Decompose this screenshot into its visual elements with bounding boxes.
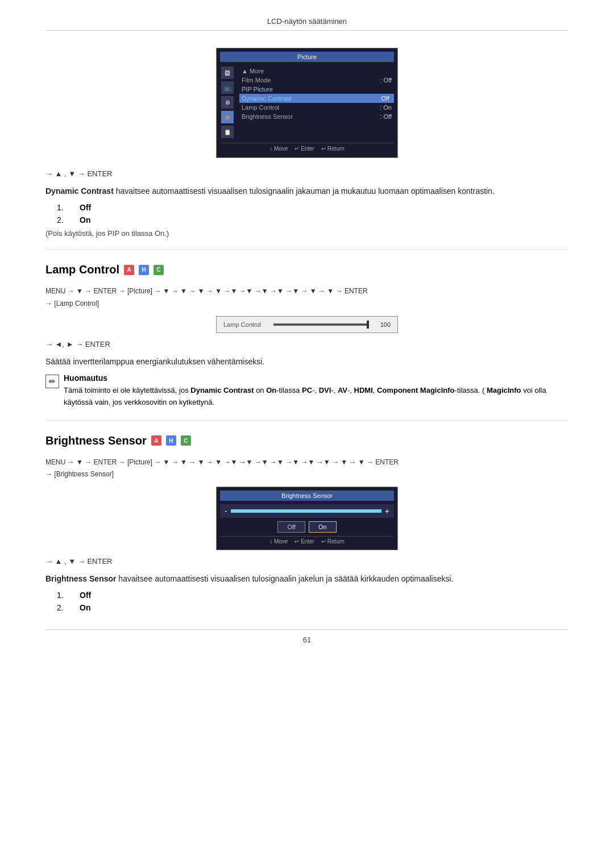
note-hdmi: HDMI <box>354 386 373 394</box>
brightness-screenshot: Brightness Sensor - + Off On ↕ Move ↵ En… <box>216 487 398 550</box>
menu-item-lamp: Lamp Control : On <box>239 103 394 112</box>
list-val-1: Off <box>80 203 91 212</box>
badge-a-lamp: A <box>124 265 134 275</box>
lamp-slider-screenshot: Lamp Control 100 <box>216 316 398 333</box>
brightness-path-1: MENU → ▼ → ENTER → [Picture] → ▼ → ▼ → ▼… <box>45 458 399 466</box>
lamp-slider-row: Lamp Control 100 <box>223 321 391 328</box>
menu-icon-3: ⚙ <box>221 96 234 109</box>
menu-footer-1: ↕ Move ↵ Enter ↩ Return <box>220 143 394 154</box>
header-title: LCD-näytön säätäminen <box>267 17 347 26</box>
bs-title: Brightness Sensor <box>220 491 394 501</box>
brightness-rest: havaitsee automaattisesti visuaalisen tu… <box>116 574 453 583</box>
brightness-sensor-title: Brightness Sensor <box>45 434 147 447</box>
note-dvi: DVI <box>319 386 331 394</box>
note-component: Component MagicInfo <box>377 386 455 394</box>
menu-screenshot-1: Picture 🖼 📺 ⚙ 🔅 📋 ▲ More Film Mode : Off… <box>216 48 398 158</box>
note-pencil-icon: ✏ <box>49 377 56 386</box>
lamp-path-1: MENU → ▼ → ENTER → [Picture] → ▼ → ▼ → ▼… <box>45 287 368 295</box>
list-num-1: 1. <box>57 203 68 212</box>
brightness-sensor-heading: Brightness Sensor A H C <box>45 434 569 447</box>
badge-h-brightness: H <box>166 435 176 446</box>
lamp-slider-thumb <box>367 321 369 329</box>
brightness-val-2: On <box>80 603 90 612</box>
brightness-path-2: → [Brightness Sensor] <box>45 470 114 478</box>
note-content: Tämä toiminto ei ole käytettävissä, jos … <box>64 385 569 409</box>
bs-footer-return: ↩ Return <box>321 538 345 545</box>
badge-c-lamp: C <box>154 265 164 275</box>
lamp-slider-value: 100 <box>374 321 391 328</box>
dynamic-contrast-list: 1. Off 2. On <box>57 203 569 225</box>
menu-item-film: Film Mode : Off <box>239 76 394 85</box>
brightness-term: Brightness Sensor <box>45 574 116 583</box>
menu-body-1: 🖼 📺 ⚙ 🔅 📋 ▲ More Film Mode : Off PIP Pic… <box>220 64 394 140</box>
badge-c-brightness: C <box>181 435 191 446</box>
list-item-1: 1. Off <box>57 203 569 212</box>
menu-icon-4: 🔅 <box>221 111 234 123</box>
menu-items-list: ▲ More Film Mode : Off PIP Picture Dynam… <box>239 64 394 140</box>
dynamic-contrast-description: Dynamic Contrast havaitsee automaattises… <box>45 185 569 197</box>
bs-plus-icon: + <box>385 506 389 516</box>
bs-slider-row: - + <box>220 504 394 518</box>
lamp-control-title: Lamp Control <box>45 263 119 276</box>
brightness-item-1: 1. Off <box>57 591 569 600</box>
list-val-2: On <box>80 215 90 225</box>
menu-item-pip: PIP Picture <box>239 85 394 94</box>
footer-return: ↩ Return <box>321 146 345 152</box>
menu-icon-2: 📺 <box>221 81 234 94</box>
bs-buttons: Off On <box>220 521 394 533</box>
menu-item-more: ▲ More <box>239 67 394 76</box>
note-icon: ✏ <box>45 375 59 388</box>
page-number: 61 <box>45 636 569 644</box>
note-pc: PC <box>302 386 312 394</box>
bs-footer: ↕ Move ↵ Enter ↩ Return <box>220 536 394 546</box>
menu-icon-1: 🖼 <box>221 67 234 79</box>
menu-title-1: Picture <box>220 52 394 62</box>
brightness-val-1: Off <box>80 591 91 600</box>
menu-item-dynamic: Dynamic Contrast Off <box>239 94 394 103</box>
bs-on-button[interactable]: On <box>309 521 337 533</box>
lamp-slider-fill <box>273 323 367 326</box>
note-dynamic-term: Dynamic Contrast <box>190 386 254 394</box>
bs-track <box>231 509 381 513</box>
page-container: LCD-näytön säätäminen Picture 🖼 📺 ⚙ 🔅 📋 … <box>0 0 614 868</box>
note-on-term: On <box>266 386 276 394</box>
dynamic-contrast-term: Dynamic Contrast <box>45 186 114 196</box>
bs-off-button[interactable]: Off <box>277 521 305 533</box>
nav-hint-lamp: → ◄, ► → ENTER <box>45 340 569 348</box>
note-box-content: Huomautus Tämä toiminto ei ole käytettäv… <box>64 373 569 409</box>
list-num-2: 2. <box>57 215 68 225</box>
lamp-menu-path: MENU → ▼ → ENTER → [Picture] → ▼ → ▼ → ▼… <box>45 285 569 310</box>
brightness-num-2: 2. <box>57 603 68 612</box>
lamp-description: Säätää invertterilamppua energiankulutuk… <box>45 355 569 368</box>
dynamic-contrast-note: (Pois käytöstä, jos PIP on tilassa On.) <box>45 229 569 238</box>
lamp-slider-track <box>273 323 369 326</box>
note-label: Huomautus <box>64 373 569 383</box>
badge-a-brightness: A <box>151 435 161 446</box>
nav-hint-1: → ▲ , ▼ → ENTER <box>45 169 569 178</box>
brightness-description: Brightness Sensor havaitsee automaattise… <box>45 572 569 585</box>
section-divider-1 <box>45 249 569 250</box>
brightness-list: 1. Off 2. On <box>57 591 569 612</box>
brightness-num-1: 1. <box>57 591 68 600</box>
bs-minus-icon: - <box>225 506 227 516</box>
lamp-path-2: → [Lamp Control] <box>45 300 99 308</box>
lamp-control-heading: Lamp Control A H C <box>45 263 569 276</box>
badge-h-lamp: H <box>139 265 149 275</box>
brightness-item-2: 2. On <box>57 603 569 612</box>
page-header: LCD-näytön säätäminen <box>45 17 569 31</box>
nav-hint-brightness: → ▲ , ▼ → ENTER <box>45 557 569 566</box>
bs-footer-enter: ↵ Enter <box>294 538 314 545</box>
lamp-note-box: ✏ Huomautus Tämä toiminto ei ole käytett… <box>45 373 569 409</box>
lamp-slider-label: Lamp Control <box>223 321 269 328</box>
note-av: AV <box>338 386 347 394</box>
menu-item-brightness: Brightness Sensor : Off <box>239 112 394 121</box>
brightness-menu-path: MENU → ▼ → ENTER → [Picture] → ▼ → ▼ → ▼… <box>45 456 569 481</box>
dynamic-contrast-rest: havaitsee automaattisesti visuaalisen tu… <box>114 186 495 196</box>
note-magicinfo: MagicInfo <box>487 386 521 394</box>
bs-footer-move: ↕ Move <box>269 538 288 545</box>
menu-icons: 🖼 📺 ⚙ 🔅 📋 <box>220 64 235 140</box>
footer-enter: ↵ Enter <box>294 146 314 152</box>
footer-move: ↕ Move <box>269 146 288 152</box>
section-divider-2 <box>45 420 569 421</box>
menu-icon-5: 📋 <box>221 126 234 138</box>
